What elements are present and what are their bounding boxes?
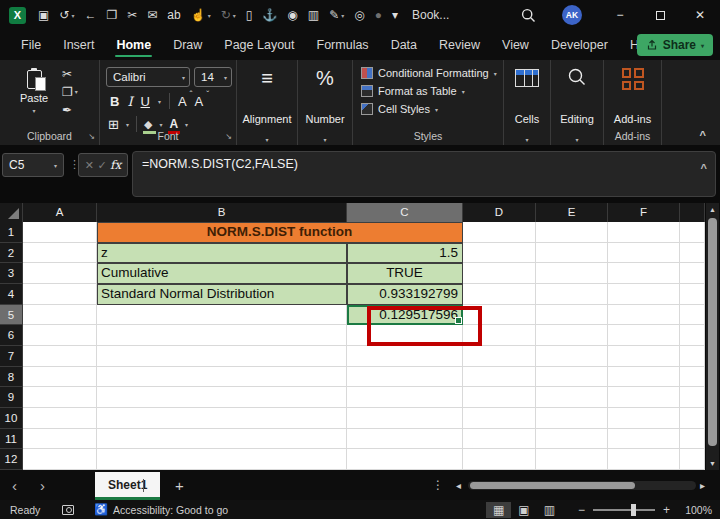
cell-G6[interactable]	[680, 325, 705, 346]
cell-G7[interactable]	[680, 346, 705, 367]
chevron-down-icon[interactable]: ▾	[185, 121, 188, 128]
row-header-12[interactable]: 12	[0, 449, 23, 470]
cell-B8[interactable]	[97, 367, 347, 388]
cut-button[interactable]: ✂	[62, 68, 72, 80]
zoom-out-button[interactable]: −	[578, 503, 585, 517]
scroll-up-icon[interactable]: ▲	[706, 206, 719, 213]
cell-C4[interactable]: 0.933192799	[347, 284, 463, 305]
cell-G10[interactable]	[680, 408, 705, 429]
cell-B9[interactable]	[97, 387, 347, 408]
touch-mode-button[interactable]: ☝▾	[191, 9, 211, 21]
row-header-8[interactable]: 8	[0, 367, 23, 388]
tab-page-layout[interactable]: Page Layout	[213, 32, 305, 58]
cell-E9[interactable]	[536, 387, 608, 408]
collapse-ribbon-icon[interactable]: ^	[700, 129, 706, 141]
font-family-combo[interactable]: Calibri▾	[106, 67, 190, 87]
tab-review[interactable]: Review	[428, 32, 491, 58]
tab-insert[interactable]: Insert	[52, 32, 105, 58]
cell-E6[interactable]	[536, 325, 608, 346]
cell-A3[interactable]	[23, 263, 97, 284]
draft-button[interactable]: ✎▾	[329, 9, 344, 21]
fill-color-button[interactable]: ◆	[144, 118, 152, 131]
chevron-down-icon[interactable]: ▾	[575, 137, 578, 143]
tab-draw[interactable]: Draw	[162, 32, 213, 58]
row-header-3[interactable]: 3	[0, 263, 23, 284]
formula-input[interactable]: =NORM.S.DIST(C2,FALSE) ^	[132, 151, 716, 197]
cell-F5[interactable]	[608, 305, 680, 326]
conditional-formatting-button[interactable]: Conditional Formatting▾	[361, 67, 497, 79]
cell-D7[interactable]	[463, 346, 536, 367]
sheet-tab-sheet1[interactable]: Sheet1	[95, 472, 160, 500]
cell-B3[interactable]: Cumulative	[97, 263, 347, 284]
search-icon[interactable]	[521, 8, 536, 23]
font-size-combo[interactable]: 14▾	[194, 67, 232, 87]
cell-B1-C1[interactable]: NORM.S.DIST function	[97, 222, 463, 243]
cell-C3[interactable]: TRUE	[347, 263, 463, 284]
cell-E7[interactable]	[536, 346, 608, 367]
col-header-F[interactable]: F	[608, 203, 680, 222]
cell-G4[interactable]	[680, 284, 705, 305]
cell-A9[interactable]	[23, 387, 97, 408]
avatar[interactable]: AK	[562, 5, 582, 25]
chevron-down-icon[interactable]: ▾	[158, 98, 161, 105]
theme-circle-button[interactable]: ●	[375, 9, 382, 21]
zoom-slider[interactable]	[593, 509, 655, 511]
cancel-icon[interactable]: ✕	[85, 159, 94, 172]
copy-button[interactable]: ❐	[106, 9, 117, 21]
cell-B10[interactable]	[97, 408, 347, 429]
cell-F12[interactable]	[608, 449, 680, 470]
scroll-right-icon[interactable]: ▸	[700, 470, 705, 500]
row-header-6[interactable]: 6	[0, 325, 23, 346]
camera-button[interactable]: ◉	[287, 9, 297, 21]
add-sheet-button[interactable]: +	[175, 470, 184, 500]
cell-G1[interactable]	[680, 222, 705, 243]
tab-developer[interactable]: Developer	[540, 32, 619, 58]
maximize-button[interactable]	[640, 0, 680, 30]
cell-F10[interactable]	[608, 408, 680, 429]
vertical-scroll-thumb[interactable]	[708, 218, 717, 446]
cell-G8[interactable]	[680, 367, 705, 388]
horizontal-scroll-thumb[interactable]	[470, 482, 635, 489]
cell-C8[interactable]	[347, 367, 463, 388]
cell-E3[interactable]	[536, 263, 608, 284]
cell-B6[interactable]	[97, 325, 347, 346]
cell-D9[interactable]	[463, 387, 536, 408]
anchor-button[interactable]: ⚓	[262, 9, 277, 21]
cell-B7[interactable]	[97, 346, 347, 367]
cell-B11[interactable]	[97, 429, 347, 450]
cell-E5[interactable]	[536, 305, 608, 326]
qat-overflow-button[interactable]: ▾	[392, 9, 398, 21]
zoom-level[interactable]: 100%	[670, 504, 712, 516]
editing-group[interactable]: Editing ▾	[551, 60, 604, 145]
cell-A11[interactable]	[23, 429, 97, 450]
addins-group[interactable]: Add-ins Add-ins	[604, 60, 662, 145]
clipboard-dialog-launcher-icon[interactable]: ↘	[88, 132, 95, 141]
cell-C11[interactable]	[347, 429, 463, 450]
cell-E1[interactable]	[536, 222, 608, 243]
cell-E11[interactable]	[536, 429, 608, 450]
zoom-slider-thumb[interactable]	[631, 504, 636, 516]
row-header-7[interactable]: 7	[0, 346, 23, 367]
number-group[interactable]: % Number ▾	[298, 60, 353, 145]
cell-E8[interactable]	[536, 367, 608, 388]
cell-A4[interactable]	[23, 284, 97, 305]
minimize-button[interactable]: −	[600, 0, 640, 30]
vertical-scrollbar[interactable]: ▲ ▼	[706, 203, 719, 470]
cell-D1[interactable]	[463, 222, 536, 243]
cells-group[interactable]: Cells ▾	[504, 60, 551, 145]
row-header-5[interactable]: 5	[0, 305, 23, 326]
cell-G12[interactable]	[680, 449, 705, 470]
cell-E2[interactable]	[536, 243, 608, 264]
cell-B5[interactable]	[97, 305, 347, 326]
share-button[interactable]: Share ▾	[637, 34, 713, 56]
cell-F1[interactable]	[608, 222, 680, 243]
cell-C12[interactable]	[347, 449, 463, 470]
normal-view-icon[interactable]: ▦	[486, 502, 511, 518]
tab-view[interactable]: View	[491, 32, 540, 58]
cell-C10[interactable]	[347, 408, 463, 429]
accessibility-status[interactable]: Accessibility: Good to go	[113, 504, 228, 516]
cell-F3[interactable]	[608, 263, 680, 284]
cell-G3[interactable]	[680, 263, 705, 284]
chevron-down-icon[interactable]: ▾	[265, 137, 268, 143]
cell-B4[interactable]: Standard Normal Distribution	[97, 284, 347, 305]
